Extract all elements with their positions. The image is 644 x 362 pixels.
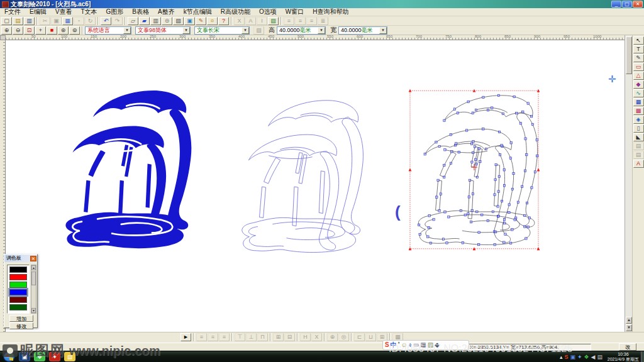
- select-mode-button[interactable]: ►: [180, 333, 191, 341]
- path-node[interactable]: [457, 112, 458, 114]
- path-node[interactable]: [494, 231, 496, 233]
- selection-handle[interactable]: [409, 89, 411, 92]
- path-node[interactable]: [511, 188, 513, 190]
- path-node[interactable]: [497, 190, 499, 192]
- output-tool-1-button[interactable]: ▤: [633, 142, 644, 150]
- chevron-down-icon[interactable]: ▼: [379, 27, 387, 34]
- help-button[interactable]: ?: [218, 17, 229, 25]
- path-node[interactable]: [525, 238, 527, 239]
- path-node[interactable]: [530, 115, 532, 117]
- path-node[interactable]: [433, 219, 435, 221]
- path-node[interactable]: [510, 142, 512, 144]
- menu-item-o[interactable]: O选项: [255, 8, 281, 16]
- path-node[interactable]: [436, 196, 438, 198]
- text-attr-button[interactable]: A: [245, 17, 256, 25]
- path-node[interactable]: [524, 214, 526, 216]
- path-node[interactable]: [465, 129, 467, 131]
- tray-wechat-icon[interactable]: ❖: [584, 353, 589, 361]
- path-node[interactable]: [468, 196, 470, 198]
- ime-voice-icon[interactable]: ♦: [409, 341, 412, 349]
- path-node[interactable]: [444, 211, 446, 213]
- path-node[interactable]: [504, 222, 506, 224]
- path-node[interactable]: [508, 204, 510, 206]
- path-node[interactable]: [462, 242, 464, 244]
- menu-item-g[interactable]: G图形: [102, 8, 128, 16]
- chevron-down-icon[interactable]: ▼: [123, 27, 131, 34]
- path-node[interactable]: [492, 211, 494, 212]
- artwork-node-edit[interactable]: [409, 88, 540, 253]
- path-node[interactable]: [482, 128, 484, 130]
- paste-special-button[interactable]: ▫: [74, 17, 84, 25]
- tray-volume-icon[interactable]: ◀: [591, 353, 596, 361]
- path-node[interactable]: [471, 161, 473, 163]
- artwork-filled[interactable]: [55, 84, 194, 255]
- path-node[interactable]: [469, 179, 470, 181]
- path-node[interactable]: [499, 154, 501, 156]
- ime-skin-icon[interactable]: ▨: [428, 341, 433, 349]
- path-node[interactable]: [494, 178, 496, 180]
- path-node[interactable]: [464, 214, 466, 216]
- artwork-outline[interactable]: [229, 94, 369, 259]
- plate-make-button[interactable]: ▰: [139, 17, 150, 25]
- paste-button[interactable]: ▦: [62, 17, 73, 25]
- menu-item-b[interactable]: B表格: [128, 8, 153, 16]
- ime-punct-icon[interactable]: ’: [398, 341, 400, 349]
- path-node[interactable]: [531, 187, 533, 189]
- menu-item-v[interactable]: V查看: [51, 8, 77, 16]
- path-node[interactable]: [503, 219, 505, 221]
- path-node[interactable]: [487, 220, 489, 222]
- path-node[interactable]: [428, 226, 430, 228]
- ime-toolbox-icon[interactable]: ▦: [420, 341, 426, 349]
- path-node[interactable]: [437, 179, 439, 181]
- output-button[interactable]: ⊜: [162, 17, 172, 25]
- maximize-button[interactable]: ▢: [622, 1, 632, 8]
- palette-add-button[interactable]: 增加: [9, 315, 33, 322]
- copy-button[interactable]: ▣: [51, 17, 62, 25]
- path-node[interactable]: [475, 109, 477, 111]
- color-swatch[interactable]: [9, 282, 27, 288]
- selection-handle[interactable]: [473, 89, 476, 92]
- path-node[interactable]: [513, 172, 514, 174]
- output-tool-2-button[interactable]: ▤: [633, 151, 644, 159]
- selection-handle[interactable]: [409, 168, 411, 171]
- rotate-button[interactable]: ⊕: [327, 333, 338, 341]
- color-swatch[interactable]: [9, 304, 27, 310]
- polygon-tool-button[interactable]: ◆: [633, 80, 644, 89]
- circle-array-button[interactable]: ◎: [338, 333, 349, 341]
- path-node[interactable]: [475, 163, 477, 165]
- path-node[interactable]: [472, 193, 474, 195]
- path-node[interactable]: [476, 176, 478, 178]
- path-node[interactable]: [478, 148, 480, 150]
- color-swatch[interactable]: [9, 297, 27, 303]
- path-node[interactable]: [525, 138, 526, 140]
- pick-tool-button[interactable]: ◣: [633, 133, 644, 141]
- swatch-scroll-up[interactable]: ▲: [31, 265, 36, 270]
- color-palette-titlebar[interactable]: 调色板 ✕: [4, 255, 37, 262]
- path-node[interactable]: [443, 164, 445, 166]
- shape-tool-button[interactable]: △: [633, 72, 644, 80]
- path-node[interactable]: [485, 148, 487, 150]
- display-button[interactable]: ▣: [184, 17, 195, 25]
- align-left-edge-button[interactable]: ≡: [196, 333, 207, 341]
- show-desktop-button[interactable]: [641, 351, 644, 362]
- path-node[interactable]: [470, 221, 472, 223]
- palette-close-button[interactable]: ✕: [30, 256, 36, 261]
- path-node[interactable]: [534, 171, 536, 173]
- path-node[interactable]: [501, 145, 502, 146]
- rectangle-tool-button[interactable]: ▭: [633, 63, 644, 71]
- align-bottom-edge-button[interactable]: ⊓: [257, 333, 268, 341]
- drawing-canvas[interactable]: ( ✛: [6, 40, 625, 332]
- path-node[interactable]: [508, 211, 510, 213]
- path-node[interactable]: [418, 224, 419, 226]
- print-button[interactable]: ▥: [150, 17, 161, 25]
- align-center-button[interactable]: ≡: [295, 17, 306, 25]
- path-node[interactable]: [427, 236, 429, 238]
- zoom-region-button[interactable]: ⊡: [24, 26, 35, 35]
- path-node[interactable]: [435, 141, 437, 143]
- path-node[interactable]: [521, 185, 523, 187]
- change-button[interactable]: 改变: [619, 343, 636, 351]
- redo-button[interactable]: ↷: [112, 17, 123, 25]
- align-justify-button[interactable]: ≣: [318, 17, 328, 25]
- selection-handle[interactable]: [537, 89, 540, 92]
- ime-wrench-icon[interactable]: ◆: [435, 341, 440, 349]
